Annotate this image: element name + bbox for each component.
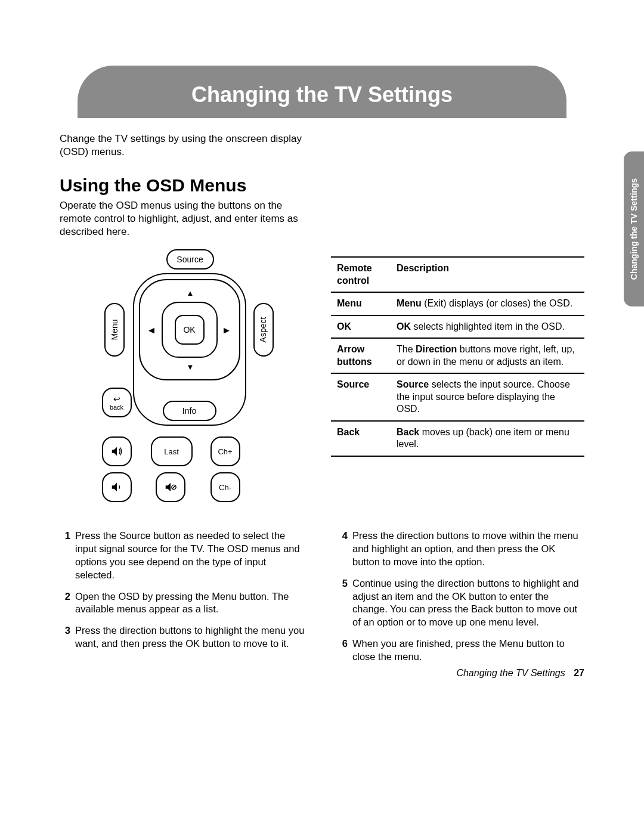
page-footer: Changing the TV Settings 27 [456,668,584,679]
arrow-right-icon: ▶ [224,326,230,335]
footer-chapter: Changing the TV Settings [456,668,565,678]
section-heading: Using the OSD Menus [60,175,584,196]
table-key: Menu [331,292,391,315]
step-item: 4Press the direction buttons to move wit… [337,529,584,568]
step-text: Press the Source button as needed to sel… [75,529,307,581]
table-desc: OK selects highlighted item in the OSD. [391,315,584,338]
step-item: 2Open the OSD by pressing the Menu butto… [60,590,307,617]
ok-button: OK [175,315,205,345]
step-item: 3Press the direction buttons to highligh… [60,624,307,651]
table-row: OKOK selects highlighted item in the OSD… [331,315,584,338]
step-number: 2 [60,590,70,617]
steps-right-column: 4Press the direction buttons to move wit… [337,529,584,671]
speaker-loud-icon [110,445,123,458]
arrow-left-icon: ◀ [148,326,154,335]
table-row: MenuMenu (Exit) displays (or closes) the… [331,292,584,315]
intro-text: Change the TV settings by using the onsc… [60,132,316,159]
step-number: 6 [337,637,348,664]
mute-button [156,472,185,502]
step-item: 1Press the Source button as needed to se… [60,529,307,581]
step-number: 4 [337,529,348,568]
table-desc: Back moves up (back) one item or menu le… [391,421,584,456]
volume-up-button [102,436,132,466]
menu-button: Menu [104,303,125,357]
description-table: Remote control Description MenuMenu (Exi… [331,256,584,456]
step-number: 1 [60,529,70,581]
back-button: ↩ back [102,388,132,417]
speaker-mute-icon [164,481,177,494]
table-key: Arrow buttons [331,338,391,373]
aspect-button: Aspect [253,303,274,357]
volume-down-button [102,472,132,502]
last-button: Last [151,436,193,466]
svg-line-1 [172,486,175,490]
remote-diagram: Source OK ▲ ▼ ◀ ▶ Menu Aspect ↩ back [91,249,270,506]
channel-down-button: Ch- [210,472,240,502]
table-row: Arrow buttonsThe Direction buttons move … [331,338,584,373]
channel-up-button: Ch+ [210,436,240,466]
arrow-down-icon: ▼ [187,363,194,371]
table-row: BackBack moves up (back) one item or men… [331,421,584,456]
section-description: Operate the OSD menus using the buttons … [60,199,310,239]
footer-page-number: 27 [574,668,584,678]
table-row: SourceSource selects the input source. C… [331,373,584,420]
table-key: OK [331,315,391,338]
arrow-up-icon: ▲ [187,289,194,298]
table-header-remote: Remote control [331,257,391,292]
step-text: Open the OSD by pressing the Menu button… [75,590,307,617]
step-text: Press the direction buttons to highlight… [75,624,307,651]
step-number: 5 [337,577,348,629]
page-title-banner: Changing the TV Settings [78,66,566,118]
table-header-description: Description [391,257,584,292]
step-item: 5Continue using the direction buttons to… [337,577,584,629]
table-desc: The Direction buttons move right, left, … [391,338,584,373]
table-desc: Source selects the input source. Choose … [391,373,584,420]
speaker-low-icon [110,481,123,494]
source-button: Source [166,249,214,270]
table-desc: Menu (Exit) displays (or closes) the OSD… [391,292,584,315]
side-tab: Changing the TV Settings [624,151,644,306]
step-item: 6When you are finished, press the Menu b… [337,637,584,664]
step-text: Continue using the direction buttons to … [352,577,584,629]
step-text: Press the direction buttons to move with… [352,529,584,568]
steps-left-column: 1Press the Source button as needed to se… [60,529,307,671]
table-key: Source [331,373,391,420]
back-arrow-icon: ↩ [113,394,120,404]
step-text: When you are finished, press the Menu bu… [352,637,584,664]
step-number: 3 [60,624,70,651]
table-key: Back [331,421,391,456]
info-button: Info [163,401,216,421]
